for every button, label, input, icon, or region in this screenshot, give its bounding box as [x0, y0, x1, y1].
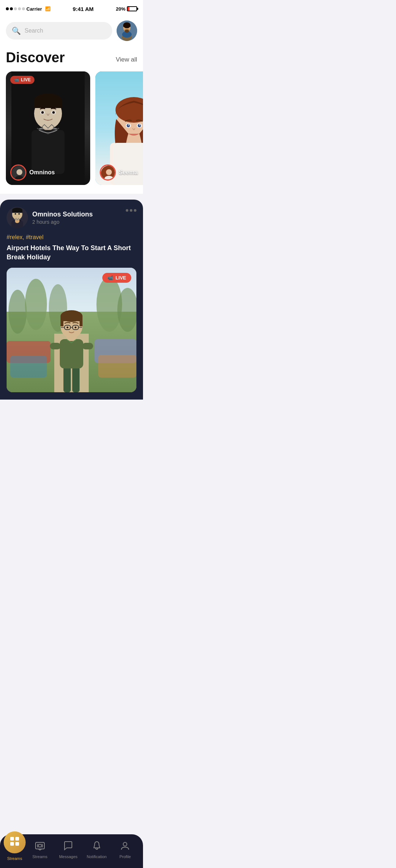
post-scene: [7, 268, 136, 392]
card2-username: Seema: [119, 169, 138, 176]
dot-1: [126, 209, 128, 212]
svg-rect-90: [72, 367, 80, 392]
svg-point-75: [15, 213, 16, 215]
card2-user: Seema: [100, 164, 143, 181]
post-cam-icon: 📹: [107, 275, 113, 281]
status-bar: Carrier 📶 9:41 AM 20%: [0, 0, 143, 16]
post-user-info: Omninos Solutions 2 hours ago: [7, 207, 93, 228]
dot-2: [130, 209, 132, 212]
discover-header: Discover View all: [6, 50, 137, 66]
post-tags: #relex, #travel: [7, 234, 136, 241]
post-time: 2 hours ago: [32, 219, 93, 225]
status-right: 20%: [116, 6, 137, 12]
svg-point-26: [16, 169, 22, 175]
discover-title: Discover: [6, 50, 65, 66]
card1-user: Omninos: [10, 164, 86, 181]
svg-point-80: [25, 279, 47, 330]
post-options[interactable]: [126, 207, 136, 212]
search-row: 🔍 Search: [6, 21, 137, 41]
card1-overlay: Omninos: [6, 71, 90, 185]
svg-point-13: [125, 30, 129, 33]
svg-rect-97: [60, 316, 82, 321]
stream-card-2[interactable]: Seema: [95, 71, 143, 185]
svg-rect-87: [10, 356, 47, 378]
svg-rect-74: [12, 210, 22, 213]
dot-3: [134, 209, 136, 212]
svg-rect-92: [50, 343, 61, 349]
signal-dots: [6, 7, 25, 10]
search-icon: 🔍: [12, 26, 21, 35]
svg-rect-98: [60, 319, 63, 326]
signal-dot-1: [6, 7, 9, 10]
signal-dot-2: [10, 7, 13, 10]
svg-rect-88: [98, 355, 136, 378]
card2-avatar: [100, 164, 116, 181]
svg-rect-91: [60, 339, 83, 368]
top-section: 🔍 Search: [0, 16, 143, 194]
wifi-icon: 📶: [45, 6, 51, 11]
battery-fill: [128, 7, 129, 11]
svg-rect-89: [63, 367, 71, 392]
svg-point-106: [75, 327, 77, 329]
search-placeholder[interactable]: Search: [25, 27, 43, 34]
signal-dot-3: [14, 7, 17, 10]
post-title: Airport Hotels The Way To Start A Short …: [7, 244, 136, 262]
battery-percent: 20%: [116, 6, 125, 12]
post-header: Omninos Solutions 2 hours ago: [7, 207, 136, 228]
card2-overlay: Seema: [95, 71, 143, 185]
svg-rect-12: [123, 25, 131, 27]
svg-rect-93: [82, 343, 93, 349]
search-bar[interactable]: 🔍 Search: [6, 22, 112, 40]
card1-username: Omninos: [29, 169, 55, 176]
carrier-text: Carrier: [26, 6, 42, 12]
stream-card-1[interactable]: 📹 LIVE Omninos: [6, 71, 90, 185]
post-image[interactable]: 📹 LIVE: [7, 268, 136, 392]
battery-bar: [127, 6, 137, 11]
feed-section: Omninos Solutions 2 hours ago #relex, #t…: [0, 200, 143, 400]
signal-dot-4: [18, 7, 21, 10]
svg-point-44: [106, 169, 112, 175]
card1-avatar: [10, 164, 26, 181]
svg-point-76: [18, 213, 20, 215]
post-user-details: Omninos Solutions 2 hours ago: [32, 211, 93, 225]
svg-point-79: [8, 290, 27, 334]
post-username: Omninos Solutions: [32, 211, 93, 218]
post-live-text: LIVE: [115, 275, 126, 281]
post-live-badge: 📹 LIVE: [102, 273, 131, 283]
status-left: Carrier 📶: [6, 6, 51, 12]
view-all-button[interactable]: View all: [116, 56, 137, 66]
svg-point-105: [67, 327, 69, 329]
post-avatar[interactable]: [7, 207, 28, 228]
post-img-bg: [7, 268, 136, 392]
svg-rect-99: [80, 319, 82, 326]
user-avatar[interactable]: [117, 21, 137, 41]
signal-dot-5: [22, 7, 25, 10]
stream-cards-container: 📹 LIVE Omninos: [6, 71, 137, 186]
status-time: 9:41 AM: [73, 6, 94, 12]
avatar-svg: [117, 21, 137, 41]
